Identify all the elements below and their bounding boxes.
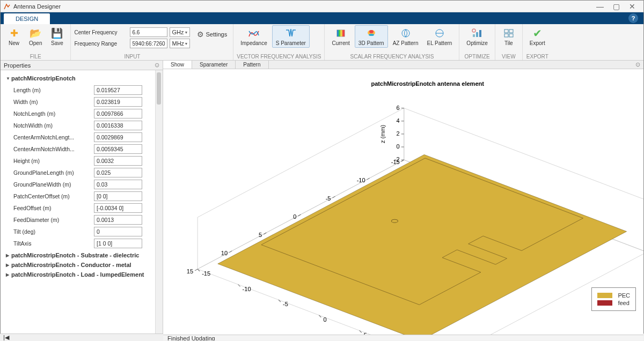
nav-first-icon[interactable]: |◀ <box>3 334 9 341</box>
prop-input[interactable] <box>94 85 142 95</box>
current-icon <box>334 27 347 40</box>
close-button[interactable]: ✕ <box>624 2 640 11</box>
tile-button[interactable]: Tile <box>499 25 519 48</box>
ribbon-group-view: Tile VIEW <box>495 24 523 60</box>
minimize-button[interactable]: — <box>592 2 608 11</box>
view-panel: Show Sparameter Pattern ⊙ patchMicrostri… <box>163 61 643 341</box>
chevron-down-icon: ▼ <box>185 31 188 34</box>
svg-rect-1 <box>337 30 339 36</box>
prop-input[interactable] <box>94 180 142 189</box>
current-button[interactable]: Current <box>328 25 353 48</box>
tile-icon <box>502 27 515 40</box>
plus-icon: ✚ <box>8 27 20 40</box>
frequency-range-unit-dropdown[interactable]: MHz▼ <box>170 39 190 48</box>
prop-section-collapsed[interactable]: ▶patchMicrostripEnotch - Load - lumpedEl… <box>6 270 160 279</box>
prop-input[interactable] <box>94 132 142 142</box>
help-icon[interactable]: ? <box>628 13 638 23</box>
properties-list[interactable]: ▼patchMicrostripEnotchLength (m)Width (m… <box>1 70 163 341</box>
view-tabs: Show Sparameter Pattern ⊙ <box>163 61 643 69</box>
ribbon-group-file: ✚ New 📂 Open 💾 Save FILE <box>1 24 71 60</box>
svg-rect-12 <box>476 32 478 37</box>
prop-row: FeedDiameter (m) <box>13 215 160 225</box>
3d-pattern-button[interactable]: 3D Pattern <box>355 25 388 48</box>
3d-pattern-icon <box>365 27 378 40</box>
app-logo-icon <box>4 3 10 10</box>
impedance-button[interactable]: Impedance <box>237 25 270 48</box>
svg-text:0: 0 <box>397 143 400 150</box>
maximize-button[interactable]: ▢ <box>608 2 624 11</box>
prop-input[interactable] <box>94 227 142 236</box>
svg-rect-13 <box>479 30 481 37</box>
svg-text:0: 0 <box>293 213 296 220</box>
prop-input[interactable] <box>94 203 142 213</box>
svg-text:-10: -10 <box>243 286 251 292</box>
prop-input[interactable] <box>94 97 142 107</box>
tab-sparameter[interactable]: Sparameter <box>192 61 236 69</box>
open-button[interactable]: 📂 Open <box>25 25 46 48</box>
ribbon-group-input: Center Frequency GHz▼ Frequency Range MH… <box>71 24 233 60</box>
prop-label: Width (m) <box>13 99 94 105</box>
impedance-icon <box>247 27 260 40</box>
prop-label: PatchCenterOffset (m) <box>13 193 94 199</box>
view-collapse-icon[interactable]: ⊙ <box>635 61 640 68</box>
svg-text:0: 0 <box>323 316 326 323</box>
prop-label: FeedOffset (m) <box>13 205 94 211</box>
prop-row: Width (m) <box>13 97 160 107</box>
prop-section-main[interactable]: ▼patchMicrostripEnotch <box>6 73 160 83</box>
prop-input[interactable] <box>94 121 142 130</box>
prop-input[interactable] <box>94 156 142 166</box>
prop-section-collapsed[interactable]: ▶patchMicrostripEnotch - Conductor - met… <box>6 260 160 270</box>
legend: PEC feed <box>591 287 636 311</box>
prop-label: CenterArmNotchLengt... <box>13 134 94 140</box>
tab-pattern[interactable]: Pattern <box>236 61 268 69</box>
optimize-button[interactable]: Optimize <box>463 25 491 48</box>
prop-input[interactable] <box>94 215 142 225</box>
svg-line-36 <box>298 214 301 216</box>
export-button[interactable]: ✔ Export <box>526 25 549 48</box>
svg-point-14 <box>472 29 475 32</box>
scrollbar-thumb[interactable] <box>157 72 161 105</box>
scrollbar[interactable] <box>155 70 163 341</box>
svg-line-34 <box>264 233 266 234</box>
tab-design[interactable]: DESIGN <box>4 13 50 24</box>
svg-text:5: 5 <box>259 232 262 238</box>
prop-section-collapsed[interactable]: ▶patchMicrostripEnotch - Substrate - die… <box>6 250 160 260</box>
properties-collapse-icon[interactable]: ⊙ <box>155 62 159 69</box>
el-pattern-icon <box>433 27 446 40</box>
az-pattern-button[interactable]: AZ Pattern <box>389 25 422 48</box>
el-pattern-button[interactable]: EL Pattern <box>423 25 456 48</box>
tab-show[interactable]: Show <box>163 61 192 69</box>
prop-row: Height (m) <box>13 156 160 166</box>
new-button[interactable]: ✚ New <box>4 25 24 48</box>
prop-input[interactable] <box>94 191 142 201</box>
prop-row: GroundPlaneWidth (m) <box>13 180 160 189</box>
svg-rect-17 <box>504 34 508 37</box>
center-frequency-input[interactable] <box>130 27 167 37</box>
prop-label: FeedDiameter (m) <box>13 217 94 223</box>
svg-rect-16 <box>509 29 513 33</box>
prop-input[interactable] <box>94 109 142 118</box>
prop-input[interactable] <box>94 144 142 154</box>
prop-label: Tilt (deg) <box>13 228 94 235</box>
prop-label: TiltAxis <box>13 240 94 247</box>
center-frequency-unit-dropdown[interactable]: GHz▼ <box>170 27 190 37</box>
svg-line-30 <box>195 269 197 271</box>
svg-text:4: 4 <box>397 117 400 124</box>
prop-row: TiltAxis <box>13 239 160 248</box>
frequency-range-input[interactable] <box>130 39 167 48</box>
status-text: Finished Updating <box>167 335 215 341</box>
prop-input[interactable] <box>94 239 142 248</box>
prop-input[interactable] <box>94 168 142 177</box>
svg-rect-2 <box>339 30 340 36</box>
ribbon-group-file-label: FILE <box>4 53 67 60</box>
optimize-icon <box>471 27 484 40</box>
prop-label: GroundPlaneWidth (m) <box>13 181 94 188</box>
ribbon-group-view-label: VIEW <box>499 53 519 60</box>
prop-label: NotchLength (m) <box>13 110 94 117</box>
sparameter-button[interactable]: S Parameter <box>272 25 310 48</box>
axes-3d-view[interactable]: patchMicrostripEnotch antenna element642… <box>163 69 643 335</box>
svg-text:-15: -15 <box>202 270 210 277</box>
svg-rect-3 <box>340 30 342 36</box>
settings-button[interactable]: ⚙ Settings <box>194 28 230 40</box>
save-button[interactable]: 💾 Save <box>47 25 67 48</box>
